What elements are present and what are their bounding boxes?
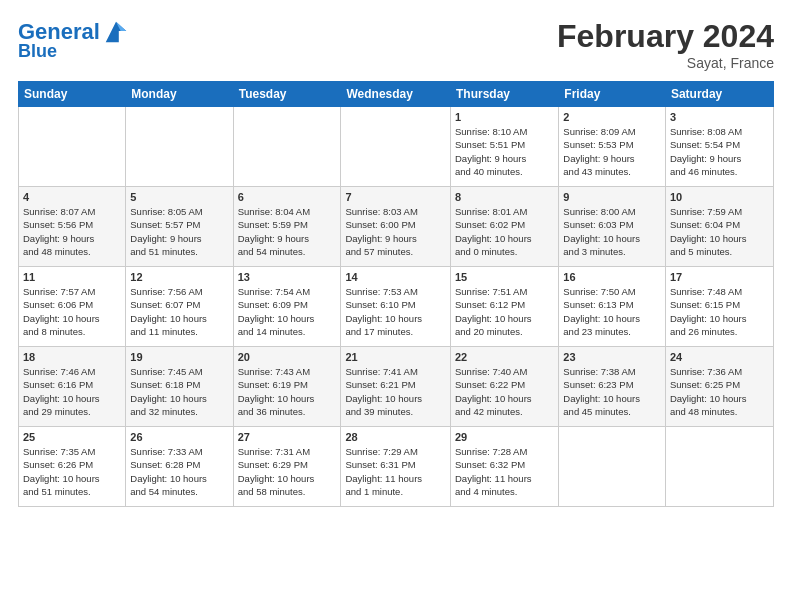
day-number: 15 [455,271,554,283]
week-row-5: 25Sunrise: 7:35 AM Sunset: 6:26 PM Dayli… [19,427,774,507]
calendar-cell [233,107,341,187]
calendar-table: SundayMondayTuesdayWednesdayThursdayFrid… [18,81,774,507]
calendar-cell: 7Sunrise: 8:03 AM Sunset: 6:00 PM Daylig… [341,187,451,267]
day-info: Sunrise: 7:28 AM Sunset: 6:32 PM Dayligh… [455,445,554,498]
day-info: Sunrise: 8:04 AM Sunset: 5:59 PM Dayligh… [238,205,337,258]
calendar-cell: 23Sunrise: 7:38 AM Sunset: 6:23 PM Dayli… [559,347,666,427]
day-number: 9 [563,191,661,203]
calendar-cell: 27Sunrise: 7:31 AM Sunset: 6:29 PM Dayli… [233,427,341,507]
calendar-cell [665,427,773,507]
calendar-cell: 13Sunrise: 7:54 AM Sunset: 6:09 PM Dayli… [233,267,341,347]
calendar-cell: 2Sunrise: 8:09 AM Sunset: 5:53 PM Daylig… [559,107,666,187]
day-number: 11 [23,271,121,283]
calendar-cell: 29Sunrise: 7:28 AM Sunset: 6:32 PM Dayli… [451,427,559,507]
day-info: Sunrise: 7:46 AM Sunset: 6:16 PM Dayligh… [23,365,121,418]
calendar-cell [19,107,126,187]
page: General Blue February 2024 Sayat, France… [0,0,792,517]
calendar-cell: 20Sunrise: 7:43 AM Sunset: 6:19 PM Dayli… [233,347,341,427]
day-number: 20 [238,351,337,363]
day-info: Sunrise: 8:08 AM Sunset: 5:54 PM Dayligh… [670,125,769,178]
header: General Blue February 2024 Sayat, France [18,18,774,71]
day-info: Sunrise: 7:54 AM Sunset: 6:09 PM Dayligh… [238,285,337,338]
day-info: Sunrise: 7:43 AM Sunset: 6:19 PM Dayligh… [238,365,337,418]
weekday-header-saturday: Saturday [665,82,773,107]
day-info: Sunrise: 8:05 AM Sunset: 5:57 PM Dayligh… [130,205,228,258]
day-number: 27 [238,431,337,443]
day-number: 18 [23,351,121,363]
day-number: 3 [670,111,769,123]
day-info: Sunrise: 7:29 AM Sunset: 6:31 PM Dayligh… [345,445,446,498]
day-info: Sunrise: 8:00 AM Sunset: 6:03 PM Dayligh… [563,205,661,258]
day-info: Sunrise: 7:57 AM Sunset: 6:06 PM Dayligh… [23,285,121,338]
logo-icon [102,18,130,46]
day-number: 10 [670,191,769,203]
weekday-header-monday: Monday [126,82,233,107]
svg-marker-0 [106,22,127,43]
weekday-header-friday: Friday [559,82,666,107]
calendar-cell: 10Sunrise: 7:59 AM Sunset: 6:04 PM Dayli… [665,187,773,267]
day-info: Sunrise: 7:41 AM Sunset: 6:21 PM Dayligh… [345,365,446,418]
weekday-header-row: SundayMondayTuesdayWednesdayThursdayFrid… [19,82,774,107]
calendar-cell: 25Sunrise: 7:35 AM Sunset: 6:26 PM Dayli… [19,427,126,507]
day-number: 25 [23,431,121,443]
calendar-subtitle: Sayat, France [557,55,774,71]
day-info: Sunrise: 7:56 AM Sunset: 6:07 PM Dayligh… [130,285,228,338]
calendar-cell: 14Sunrise: 7:53 AM Sunset: 6:10 PM Dayli… [341,267,451,347]
day-number: 24 [670,351,769,363]
calendar-cell: 26Sunrise: 7:33 AM Sunset: 6:28 PM Dayli… [126,427,233,507]
day-number: 28 [345,431,446,443]
title-area: February 2024 Sayat, France [557,18,774,71]
day-number: 29 [455,431,554,443]
day-info: Sunrise: 7:38 AM Sunset: 6:23 PM Dayligh… [563,365,661,418]
day-number: 16 [563,271,661,283]
day-info: Sunrise: 7:40 AM Sunset: 6:22 PM Dayligh… [455,365,554,418]
day-number: 8 [455,191,554,203]
weekday-header-thursday: Thursday [451,82,559,107]
day-info: Sunrise: 8:07 AM Sunset: 5:56 PM Dayligh… [23,205,121,258]
calendar-cell: 5Sunrise: 8:05 AM Sunset: 5:57 PM Daylig… [126,187,233,267]
week-row-3: 11Sunrise: 7:57 AM Sunset: 6:06 PM Dayli… [19,267,774,347]
weekday-header-sunday: Sunday [19,82,126,107]
day-info: Sunrise: 8:01 AM Sunset: 6:02 PM Dayligh… [455,205,554,258]
calendar-cell: 18Sunrise: 7:46 AM Sunset: 6:16 PM Dayli… [19,347,126,427]
calendar-cell [341,107,451,187]
calendar-cell: 28Sunrise: 7:29 AM Sunset: 6:31 PM Dayli… [341,427,451,507]
calendar-cell [126,107,233,187]
day-number: 7 [345,191,446,203]
calendar-cell: 16Sunrise: 7:50 AM Sunset: 6:13 PM Dayli… [559,267,666,347]
day-number: 21 [345,351,446,363]
calendar-cell: 24Sunrise: 7:36 AM Sunset: 6:25 PM Dayli… [665,347,773,427]
day-number: 4 [23,191,121,203]
calendar-title: February 2024 [557,18,774,55]
day-info: Sunrise: 7:48 AM Sunset: 6:15 PM Dayligh… [670,285,769,338]
week-row-2: 4Sunrise: 8:07 AM Sunset: 5:56 PM Daylig… [19,187,774,267]
week-row-1: 1Sunrise: 8:10 AM Sunset: 5:51 PM Daylig… [19,107,774,187]
calendar-cell: 9Sunrise: 8:00 AM Sunset: 6:03 PM Daylig… [559,187,666,267]
day-number: 23 [563,351,661,363]
calendar-cell: 19Sunrise: 7:45 AM Sunset: 6:18 PM Dayli… [126,347,233,427]
calendar-cell: 17Sunrise: 7:48 AM Sunset: 6:15 PM Dayli… [665,267,773,347]
day-info: Sunrise: 8:10 AM Sunset: 5:51 PM Dayligh… [455,125,554,178]
day-number: 13 [238,271,337,283]
week-row-4: 18Sunrise: 7:46 AM Sunset: 6:16 PM Dayli… [19,347,774,427]
day-info: Sunrise: 8:09 AM Sunset: 5:53 PM Dayligh… [563,125,661,178]
day-info: Sunrise: 7:59 AM Sunset: 6:04 PM Dayligh… [670,205,769,258]
day-number: 5 [130,191,228,203]
day-info: Sunrise: 7:45 AM Sunset: 6:18 PM Dayligh… [130,365,228,418]
day-number: 26 [130,431,228,443]
day-info: Sunrise: 7:50 AM Sunset: 6:13 PM Dayligh… [563,285,661,338]
calendar-cell: 3Sunrise: 8:08 AM Sunset: 5:54 PM Daylig… [665,107,773,187]
day-number: 2 [563,111,661,123]
calendar-cell: 21Sunrise: 7:41 AM Sunset: 6:21 PM Dayli… [341,347,451,427]
calendar-cell: 6Sunrise: 8:04 AM Sunset: 5:59 PM Daylig… [233,187,341,267]
calendar-cell: 15Sunrise: 7:51 AM Sunset: 6:12 PM Dayli… [451,267,559,347]
calendar-cell: 22Sunrise: 7:40 AM Sunset: 6:22 PM Dayli… [451,347,559,427]
day-number: 1 [455,111,554,123]
day-info: Sunrise: 7:35 AM Sunset: 6:26 PM Dayligh… [23,445,121,498]
calendar-cell [559,427,666,507]
day-info: Sunrise: 7:36 AM Sunset: 6:25 PM Dayligh… [670,365,769,418]
weekday-header-wednesday: Wednesday [341,82,451,107]
day-number: 19 [130,351,228,363]
calendar-cell: 4Sunrise: 8:07 AM Sunset: 5:56 PM Daylig… [19,187,126,267]
day-number: 17 [670,271,769,283]
